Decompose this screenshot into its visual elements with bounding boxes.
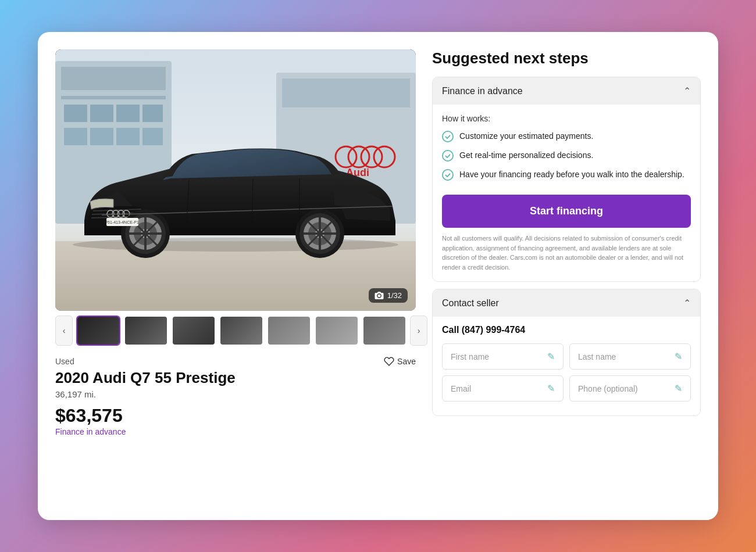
svg-rect-5 <box>90 105 113 122</box>
save-button[interactable]: Save <box>384 356 416 367</box>
finance-accordion-body: How it works: Customize your estimated p… <box>433 105 700 281</box>
phone-input[interactable] <box>578 384 675 393</box>
svg-rect-3 <box>61 96 166 99</box>
start-financing-button[interactable]: Start financing <box>442 195 691 228</box>
svg-rect-10 <box>116 128 140 145</box>
panel-title: Suggested next steps <box>432 49 701 67</box>
call-number: Call (847) 999-4764 <box>442 325 691 335</box>
field-edit-icon-3: ✎ <box>547 383 555 394</box>
benefit-2: Get real-time personalized decisions. <box>442 149 691 162</box>
benefit-text-1: Customize your estimated payments. <box>459 130 593 142</box>
thumbnail-6[interactable] <box>315 316 359 346</box>
field-edit-icon-1: ✎ <box>547 351 555 362</box>
how-it-works-title: How it works: <box>442 114 691 123</box>
svg-rect-8 <box>64 128 87 145</box>
field-edit-icon-4: ✎ <box>675 383 682 394</box>
chevron-up-icon: ⌃ <box>683 85 691 96</box>
svg-rect-7 <box>142 105 163 122</box>
svg-point-53 <box>377 294 380 297</box>
contact-accordion-header[interactable]: Contact seller ⌃ <box>433 289 700 317</box>
benefit-text-3: Have your financing ready before you wal… <box>459 169 684 181</box>
car-price: $63,575 <box>55 405 416 426</box>
car-condition: Used <box>55 357 74 366</box>
right-panel: Suggested next steps Finance in advance … <box>432 49 701 503</box>
car-svg: Audi <box>55 49 416 311</box>
thumbnail-7[interactable] <box>362 316 406 346</box>
benefit-1: Customize your estimated payments. <box>442 130 691 142</box>
thumbnails-row: ‹ › <box>55 316 416 346</box>
contact-form-row: ✎ ✎ <box>442 375 691 402</box>
check-circle-icon-2 <box>442 150 454 162</box>
chevron-up-icon-2: ⌃ <box>683 297 691 309</box>
svg-point-55 <box>443 150 453 161</box>
condition-save-row: Used Save <box>55 356 416 367</box>
main-card: Audi <box>38 32 718 520</box>
thumbnail-2[interactable] <box>124 316 168 346</box>
check-circle-icon-1 <box>442 131 454 142</box>
finance-accordion-label: Finance in advance <box>442 86 523 96</box>
svg-rect-2 <box>61 67 166 90</box>
finance-accordion: Finance in advance ⌃ How it works: Custo… <box>432 77 701 282</box>
left-panel: Audi <box>55 49 416 503</box>
benefit-3: Have your financing ready before you wal… <box>442 169 691 181</box>
image-counter: 1/32 <box>369 288 408 303</box>
svg-point-20 <box>73 238 398 252</box>
svg-rect-13 <box>282 78 410 107</box>
contact-accordion-label: Contact seller <box>442 298 499 309</box>
thumbnail-4[interactable] <box>219 316 263 346</box>
email-field[interactable]: ✎ <box>442 375 564 402</box>
last-name-input[interactable] <box>578 352 675 361</box>
last-name-field[interactable]: ✎ <box>569 343 691 370</box>
thumbnail-5[interactable] <box>267 316 311 346</box>
svg-rect-4 <box>64 105 87 122</box>
svg-rect-9 <box>90 128 113 145</box>
thumbnail-3[interactable] <box>172 316 216 346</box>
car-title: 2020 Audi Q7 55 Prestige <box>55 369 416 387</box>
next-arrow[interactable]: › <box>410 316 427 346</box>
thumbnail-1[interactable] <box>76 316 120 346</box>
svg-rect-11 <box>142 128 163 145</box>
prev-arrow[interactable]: ‹ <box>55 316 73 346</box>
finance-accordion-header[interactable]: Finance in advance ⌃ <box>433 77 700 105</box>
heart-icon <box>384 356 394 367</box>
main-image: Audi <box>55 49 416 311</box>
check-circle-icon-3 <box>442 169 454 181</box>
contact-accordion-body: Call (847) 999-4764 ✎ ✎ ✎ <box>433 317 700 415</box>
disclaimer-text: Not all customers will qualify. All deci… <box>442 234 691 272</box>
svg-text:761-413-4NCE-P1: 761-413-4NCE-P1 <box>105 220 139 224</box>
email-input[interactable] <box>451 384 547 393</box>
first-name-field[interactable]: ✎ <box>442 343 564 370</box>
car-mileage: 36,197 mi. <box>55 389 416 399</box>
camera-icon <box>375 292 384 300</box>
phone-field[interactable]: ✎ <box>569 375 691 402</box>
first-name-input[interactable] <box>451 352 547 361</box>
car-info: Used Save 2020 Audi Q7 55 Prestige 36,19… <box>55 356 416 437</box>
svg-point-56 <box>443 170 453 180</box>
finance-in-advance-link[interactable]: Finance in advance <box>55 427 126 436</box>
benefit-text-2: Get real-time personalized decisions. <box>459 149 593 162</box>
name-form-row: ✎ ✎ <box>442 343 691 370</box>
field-edit-icon-2: ✎ <box>675 351 682 362</box>
svg-rect-6 <box>116 105 140 122</box>
contact-accordion: Contact seller ⌃ Call (847) 999-4764 ✎ ✎ <box>432 289 701 416</box>
svg-point-54 <box>443 131 453 142</box>
